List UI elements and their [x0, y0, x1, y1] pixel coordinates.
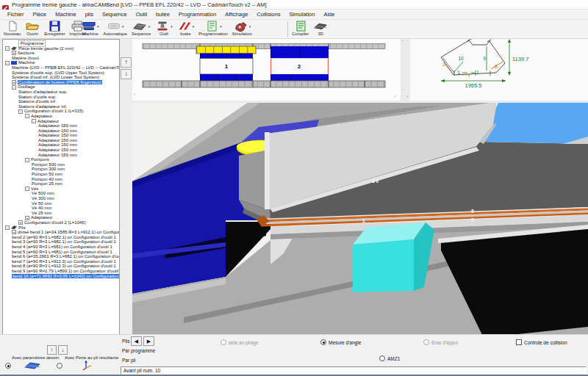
tree-item[interactable]: -Poinçons [3, 157, 119, 162]
toolbar-button-ouvrir[interactable]: Ouvrir [23, 20, 42, 36]
menu-item-sequence[interactable]: Sequence [98, 11, 132, 18]
menu-item-aide[interactable]: Aide [319, 11, 339, 18]
tree-item[interactable]: +Adaptateur [3, 215, 119, 220]
toolbar-button-but-e[interactable]: ▾butée [175, 20, 197, 36]
menu-item-pi-ce[interactable]: Pièce [29, 11, 51, 18]
collapse-icon[interactable]: - [12, 85, 16, 90]
toolbar-button-simulation[interactable]: ▾Simulation [230, 20, 254, 36]
radio-mesure-angle[interactable]: Mesure d'angle [320, 339, 361, 345]
toolbar-button-compiler[interactable]: Compiler [290, 20, 311, 36]
radio-avec-perte-au-pli[interactable] [57, 363, 62, 369]
previous-bend-button[interactable]: ◀ [131, 336, 142, 346]
radio-amz1[interactable]: AMZ1 [379, 355, 400, 361]
tree-item[interactable]: +divisé bend 1 (a=34.1585 R=3 L=912.1) o… [3, 230, 119, 235]
tree-item[interactable]: Vé 40 mm [3, 206, 119, 211]
collapse-icon[interactable]: - [5, 46, 10, 51]
tree-item[interactable]: Station d'outils sup. [3, 95, 119, 100]
move-down-button[interactable]: ↓ [121, 69, 132, 79]
tree-item[interactable]: -Outillage [3, 84, 119, 90]
menu-item-programmation[interactable]: Programmation [174, 11, 220, 18]
collapse-icon[interactable]: - [18, 109, 23, 114]
move-up-button[interactable]: ↑ [121, 57, 132, 68]
toolbar-button-programmation[interactable]: ▾Programmation [196, 20, 230, 36]
collapse-icon[interactable]: - [5, 225, 10, 230]
collapse-icon[interactable]: - [5, 61, 10, 65]
radio-bras-appui[interactable]: Bras d'appui [423, 339, 458, 345]
scroll-up-icon[interactable]: ˇ [401, 40, 403, 45]
dropdown-caret-icon[interactable]: ▾ [249, 24, 251, 29]
expand-icon[interactable]: + [12, 80, 16, 84]
tree-item[interactable]: bend 7 (a=90 R=3 L=912.3) on Configurati… [3, 259, 119, 264]
toolbar-button-automatique[interactable]: ▾Automatique [101, 20, 130, 36]
menu-item-collisions[interactable]: Collisions [252, 11, 284, 18]
toolbar-button-nouveau[interactable]: Nouveau [1, 20, 23, 36]
tree-item[interactable]: Stations d'outils inf. [3, 99, 119, 104]
menu-item-simulation[interactable]: Simulation [284, 11, 319, 18]
tree-item[interactable]: Poinçon 25 mm [3, 181, 119, 187]
tree-item[interactable]: -Pièce tremie gauche (2 mm) [3, 46, 119, 51]
move-up-button[interactable]: ↑ [47, 345, 57, 355]
tree-item[interactable]: +Sections [3, 51, 119, 56]
menu-item-affichage[interactable]: Affichage [220, 11, 252, 18]
tree-item[interactable]: Station d'adaptateur sup. [3, 90, 119, 95]
tree-item[interactable]: Système d'outil inf. (LVD Lower Tool Sys… [3, 75, 119, 80]
tree-item[interactable]: bend 9 (a=90 R=2.79 L=899.1) on Configur… [3, 269, 119, 274]
dropdown-caret-icon[interactable]: ▾ [97, 24, 99, 29]
tree-item[interactable]: Stations d'adaptateur inf. [3, 104, 119, 109]
tree-item[interactable]: Adaptateur 150 mm [3, 153, 119, 158]
menu-item-but-e[interactable]: butée [151, 11, 174, 18]
dropdown-caret-icon[interactable]: ▾ [220, 24, 222, 29]
scroll-left-icon[interactable]: ‹ [134, 92, 135, 97]
tree-item[interactable]: bend 8 (a=90 R=3 L=912.3) on Configurati… [3, 264, 119, 269]
tree-item[interactable]: Adaptateur 150 mm [3, 133, 119, 138]
tree-item[interactable]: bend 4 (a=90 R=3 L=681) on Configuration… [3, 245, 119, 250]
menu-item-outil[interactable]: Outil [132, 11, 151, 18]
tree-item[interactable]: Poinçon 500 mm [3, 162, 119, 167]
tree-item[interactable]: Poinçon 50 mm [3, 172, 119, 177]
tool-station-strip-panel[interactable]: 1 2 ‹ › [132, 39, 401, 101]
dropdown-caret-icon[interactable]: ▾ [148, 24, 150, 29]
tree-item[interactable]: +Configuration d'outil 2 (L=1045) [3, 220, 119, 225]
tree-item[interactable]: bend 5 (a=90 R=3 L=681) on Configuration… [3, 250, 119, 255]
tree-item[interactable]: Vé 50 mm [3, 201, 119, 206]
tree-item[interactable]: Adaptateur 150 mm [3, 148, 119, 153]
tree-item[interactable]: bend 10 (a=71.0692 R=3.65 L=1043) on Con… [3, 274, 119, 279]
radio-circle-icon[interactable] [423, 339, 429, 345]
tree-item[interactable]: Vé 500 mm [3, 191, 119, 196]
toolbar-button-enregistrer[interactable]: Enregistrer [42, 20, 67, 36]
tree-item[interactable]: Adaptateur 150 mm [3, 138, 119, 143]
expand-icon[interactable]: + [18, 220, 23, 225]
menu-item-machine[interactable]: Machine [51, 11, 80, 18]
checkbox-controle-collision[interactable]: Controle de collision [516, 339, 567, 345]
viewport-3d[interactable]: 10 8 7 1 [132, 103, 588, 334]
tree-view[interactable]: Programme-Pièce tremie gauche (2 mm)+Sec… [2, 39, 120, 338]
toolbar-button-sequence[interactable]: ▾Sequence [129, 20, 153, 36]
expand-icon[interactable]: + [12, 51, 16, 55]
menu-item-fichier[interactable]: Fichier [3, 11, 29, 18]
tree-item[interactable]: bend 6 (a=35.2961 R=3 L=682.1) on Config… [3, 254, 119, 259]
tree-item[interactable]: -Vés [3, 187, 119, 192]
dropdown-caret-icon[interactable]: ▾ [122, 24, 124, 29]
collapse-icon[interactable]: - [32, 119, 36, 123]
tree-item[interactable]: -Configuration d'outil 1 (L=315) [3, 109, 119, 114]
radio-circle-icon[interactable] [379, 355, 385, 361]
collapse-icon[interactable]: - [25, 158, 29, 162]
tree-item[interactable]: +Combinaison de butées (PPEB fingerstop) [3, 80, 119, 85]
tree-item[interactable]: bend 2 (a=90 R=3 L=682.1) on Configurati… [3, 235, 119, 240]
scroll-right-icon[interactable]: › [394, 94, 395, 99]
tree-item[interactable]: bend 3 (a=90 R=3 L=682.1) on Configurati… [3, 239, 119, 245]
radio-avec-parametres-dessin[interactable] [5, 363, 11, 369]
toolbar-button-3d[interactable]: 3D [311, 20, 330, 36]
dropdown-caret-icon[interactable]: ▾ [193, 24, 195, 29]
tree-item[interactable]: Vé 300 mm [3, 196, 119, 201]
next-bend-button[interactable]: ▶ [143, 336, 154, 346]
bend-profile-panel[interactable]: 1139.7 1955.5 10 9 1 1 2 7 8 [410, 39, 588, 101]
tree-item[interactable]: -Adaptateur [3, 114, 119, 119]
expand-icon[interactable]: + [25, 216, 29, 220]
tree-item[interactable]: -Plis [3, 225, 119, 231]
tree-item[interactable]: Machine (LVD -- PPEB EFL 220/42 -- LVD -… [3, 65, 119, 70]
tree-item[interactable]: Adaptateur 150 mm [3, 142, 119, 148]
tree-item[interactable]: -Adaptateur [3, 119, 119, 124]
tree-item[interactable]: Matière (Inox) [3, 56, 119, 61]
tree-item[interactable]: Adaptateur 150 mm [3, 123, 119, 129]
